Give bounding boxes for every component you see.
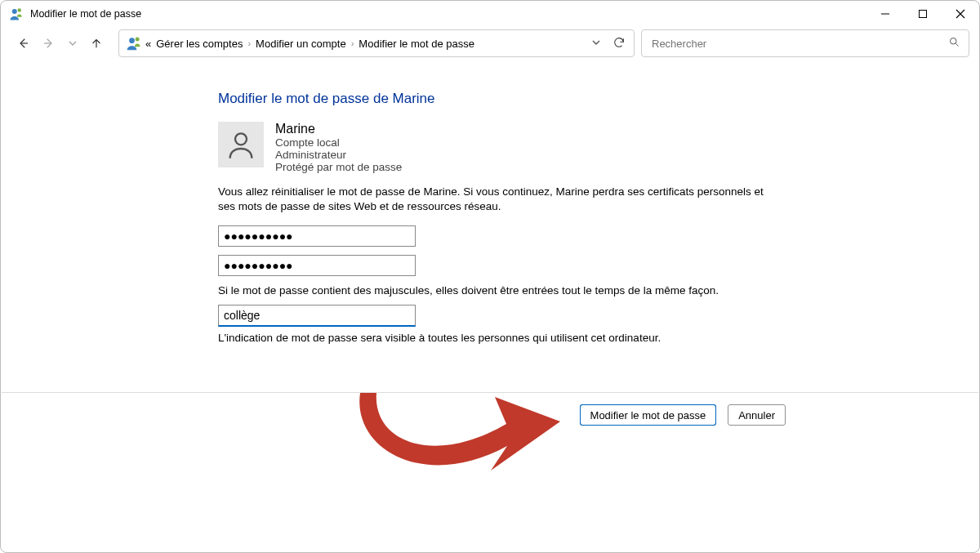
footer-buttons: Modifier le mot de passe Annuler — [2, 393, 978, 426]
svg-point-6 — [951, 38, 957, 45]
address-bar[interactable]: « Gérer les comptes › Modifier un compte… — [118, 29, 635, 57]
hint-visibility-note: L'indication de mot de passe sera visibl… — [218, 332, 979, 344]
nav-arrow-group — [11, 36, 112, 51]
confirm-password-field[interactable] — [218, 255, 416, 276]
search-box[interactable] — [641, 29, 969, 57]
caps-note: Si le mot de passe contient des majuscul… — [218, 284, 979, 297]
svg-rect-3 — [920, 11, 927, 18]
svg-point-5 — [136, 38, 140, 42]
annotation-arrow-icon — [327, 368, 589, 499]
breadcrumb: « Gérer les comptes › Modifier un compte… — [145, 38, 474, 50]
window-controls — [866, 1, 979, 27]
svg-point-4 — [129, 38, 135, 43]
breadcrumb-prefix: « — [145, 38, 151, 50]
breadcrumb-dropdown[interactable] — [591, 37, 601, 50]
breadcrumb-item[interactable]: Gérer les comptes — [156, 38, 243, 50]
account-summary: Marine Compte local Administrateur Proté… — [218, 122, 979, 173]
avatar — [218, 122, 264, 167]
new-password-field[interactable] — [218, 225, 416, 247]
main-content: Modifier le mot de passe de Marine Marin… — [1, 66, 979, 344]
account-name: Marine — [275, 122, 402, 136]
svg-point-7 — [235, 133, 247, 145]
account-role: Administrateur — [275, 149, 402, 161]
cancel-button[interactable]: Annuler — [728, 404, 786, 426]
svg-rect-2 — [881, 14, 889, 15]
close-button[interactable] — [942, 1, 979, 27]
accounts-icon — [9, 7, 24, 21]
window-root: Modifier le mot de passe — [0, 0, 980, 553]
forward-button[interactable] — [42, 36, 56, 51]
breadcrumb-item[interactable]: Modifier un compte — [256, 38, 346, 50]
password-hint-field[interactable] — [218, 305, 416, 327]
refresh-button[interactable] — [612, 36, 626, 51]
svg-point-1 — [18, 8, 22, 12]
chevron-right-icon: › — [351, 38, 354, 48]
page-title: Modifier le mot de passe de Marine — [218, 91, 979, 107]
minimize-button[interactable] — [866, 1, 904, 27]
search-icon[interactable] — [948, 36, 960, 51]
breadcrumb-item[interactable]: Modifier le mot de passe — [359, 38, 474, 50]
recent-dropdown[interactable] — [68, 38, 78, 48]
back-button[interactable] — [16, 36, 30, 51]
maximize-button[interactable] — [904, 1, 942, 27]
reset-warning: Vous allez réinitialiser le mot de passe… — [218, 185, 782, 214]
titlebar: Modifier le mot de passe — [1, 1, 979, 27]
account-type: Compte local — [275, 136, 402, 149]
accounts-icon — [126, 35, 142, 51]
nav-toolbar: « Gérer les comptes › Modifier un compte… — [1, 27, 979, 66]
window-title: Modifier le mot de passe — [30, 8, 141, 20]
change-password-button[interactable]: Modifier le mot de passe — [580, 404, 717, 426]
account-protection: Protégé par mot de passe — [275, 161, 402, 173]
chevron-right-icon: › — [247, 38, 251, 48]
search-input[interactable] — [650, 37, 948, 51]
svg-point-0 — [12, 9, 17, 14]
up-button[interactable] — [89, 36, 104, 51]
